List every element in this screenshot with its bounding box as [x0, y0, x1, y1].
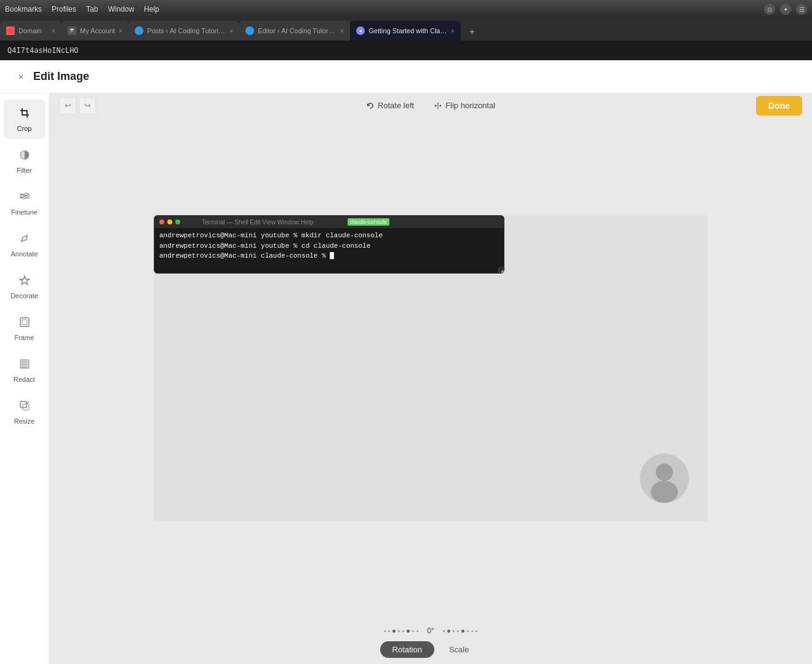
- terminal-body: andrewpetrovics@Mac-mini youtube % mkdir…: [154, 228, 504, 264]
- undo-button[interactable]: ↩: [59, 97, 76, 114]
- svg-point-15: [23, 196, 25, 199]
- tab-bar: Domain × My Account × 🌐 Posts ‹ AI Codin…: [0, 18, 812, 41]
- tab-domain[interactable]: Domain ×: [0, 21, 62, 41]
- browser-icon-2[interactable]: ✦: [780, 4, 791, 15]
- browser-icon-3[interactable]: ☰: [796, 4, 807, 15]
- tool-redact-label: Redact: [14, 376, 35, 383]
- left-toolbar: Crop Filter: [0, 93, 49, 664]
- rotate-flip-controls: Rotate left Flip horizontal: [361, 98, 500, 113]
- dot: [416, 630, 418, 632]
- rotate-left-icon: [366, 101, 375, 110]
- svg-rect-18: [20, 318, 29, 326]
- tab-my-account-label: My Account: [80, 27, 115, 34]
- tool-decorate[interactable]: Decorate: [4, 267, 46, 306]
- menu-window[interactable]: Window: [108, 5, 134, 14]
- tool-finetune[interactable]: Finetune: [4, 183, 46, 223]
- dot: [453, 630, 455, 632]
- svg-marker-31: [439, 105, 441, 107]
- menu-help[interactable]: Help: [144, 5, 159, 14]
- tab-getting-started-close[interactable]: ×: [451, 27, 455, 34]
- avatar-circle: [640, 454, 689, 503]
- tool-redact[interactable]: Redact: [4, 350, 46, 390]
- dot: [447, 630, 450, 633]
- terminal-image: Terminal — Shell Edit View Window Help c…: [154, 215, 504, 274]
- terminal-minimize-dot: [167, 219, 172, 224]
- menu-tab[interactable]: Tab: [86, 5, 98, 14]
- terminal-title-text: Terminal — Shell Edit View Window Help: [202, 219, 314, 226]
- redo-button[interactable]: ↪: [79, 97, 96, 114]
- filter-icon: [18, 149, 31, 164]
- close-button[interactable]: ×: [15, 71, 27, 83]
- tab-posts-label: Posts ‹ AI Coding Tutorials —: [147, 27, 226, 34]
- annotate-icon: [18, 232, 31, 248]
- zoom-icon[interactable]: [498, 267, 504, 274]
- address-text: Q4I7t4asHoINcLHO: [7, 46, 79, 55]
- canvas-top-toolbar: ↩ ↪ Rotate left: [49, 93, 812, 116]
- svg-point-14: [25, 192, 27, 195]
- terminal-line-3: andrewpetrovics@Mac-mini claude-console …: [159, 251, 499, 261]
- dot: [388, 630, 390, 632]
- tool-resize[interactable]: Resize: [4, 392, 46, 432]
- browser-icon-1[interactable]: ⊙: [764, 4, 775, 15]
- tab-getting-started-label: Getting Started with Claude A: [368, 27, 447, 34]
- menu-bookmarks[interactable]: Bookmarks: [5, 5, 42, 14]
- posts-favicon-icon: 🌐: [135, 26, 143, 35]
- svg-point-38: [651, 481, 678, 503]
- page-content: × Edit Image Crop: [0, 60, 812, 664]
- mode-tabs: Rotation Scale: [380, 641, 482, 658]
- zoom-svg: [501, 270, 504, 274]
- new-tab-button[interactable]: +: [463, 23, 480, 41]
- browser-menu-bar: Bookmarks Profiles Tab Window Help ⊙ ✦ ☰: [0, 0, 812, 18]
- redact-icon: [18, 358, 31, 373]
- tab-editor-close[interactable]: ×: [340, 27, 344, 34]
- frame-icon: [18, 316, 31, 331]
- svg-rect-3: [70, 31, 74, 31]
- tool-crop[interactable]: Crop: [4, 100, 46, 139]
- resize-icon: [18, 400, 31, 415]
- tool-annotate[interactable]: Annotate: [4, 225, 46, 264]
- dot: [392, 630, 396, 633]
- tab-editor[interactable]: 🌐 Editor ‹ AI Coding Tutorials — ×: [239, 21, 350, 41]
- svg-point-37: [656, 464, 673, 481]
- flip-horizontal-icon: [434, 101, 442, 110]
- menu-profiles[interactable]: Profiles: [52, 5, 76, 14]
- dot: [402, 630, 404, 632]
- dot: [443, 630, 445, 632]
- tool-filter[interactable]: Filter: [4, 141, 46, 181]
- bottom-controls: 0° Rotation Sc: [49, 620, 812, 664]
- svg-rect-27: [23, 404, 29, 410]
- done-button[interactable]: Done: [756, 96, 802, 116]
- dot: [457, 630, 459, 632]
- flip-horizontal-label: Flip horizontal: [445, 101, 495, 110]
- rotation-tab[interactable]: Rotation: [380, 641, 434, 658]
- tool-finetune-label: Finetune: [11, 208, 38, 216]
- rotation-slider-container[interactable]: 0°: [308, 626, 554, 635]
- tab-my-account[interactable]: My Account ×: [62, 21, 129, 41]
- tool-frame[interactable]: Frame: [4, 309, 46, 348]
- my-account-favicon-icon: [68, 26, 76, 35]
- tab-posts-close[interactable]: ×: [229, 27, 233, 34]
- dot: [398, 630, 400, 632]
- finetune-icon: [18, 191, 31, 206]
- tab-my-account-close[interactable]: ×: [119, 27, 122, 34]
- scale-tab[interactable]: Scale: [437, 641, 482, 658]
- terminal-line-1: andrewpetrovics@Mac-mini youtube % mkdir…: [159, 231, 499, 241]
- rotate-left-button[interactable]: Rotate left: [361, 98, 419, 113]
- image-canvas-wrapper: Terminal — Shell Edit View Window Help c…: [49, 116, 812, 620]
- flip-horizontal-button[interactable]: Flip horizontal: [429, 98, 500, 113]
- tab-posts[interactable]: 🌐 Posts ‹ AI Coding Tutorials — ×: [129, 21, 239, 41]
- canvas-container: Terminal — Shell Edit View Window Help c…: [154, 215, 707, 521]
- tab-editor-label: Editor ‹ AI Coding Tutorials —: [258, 27, 336, 34]
- svg-rect-4: [70, 32, 73, 33]
- crop-icon: [18, 107, 31, 122]
- tool-frame-label: Frame: [15, 334, 34, 341]
- edit-image-title: Edit Image: [33, 70, 89, 83]
- svg-marker-30: [435, 105, 437, 107]
- tool-decorate-label: Decorate: [10, 292, 38, 299]
- terminal-close-dot: [159, 219, 164, 224]
- edit-image-header: × Edit Image: [0, 60, 812, 93]
- crop-handle-bottom-left[interactable]: [154, 270, 157, 274]
- tab-domain-close[interactable]: ×: [52, 27, 55, 34]
- tab-getting-started[interactable]: ● Getting Started with Claude A ×: [350, 21, 461, 41]
- svg-rect-6: [22, 114, 29, 116]
